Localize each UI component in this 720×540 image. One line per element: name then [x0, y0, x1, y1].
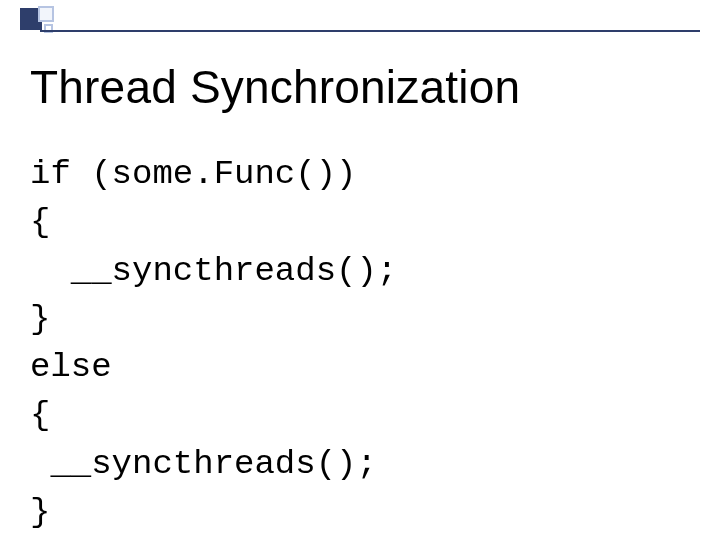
code-line: }	[30, 493, 50, 531]
code-line: {	[30, 203, 50, 241]
code-line: __syncthreads();	[30, 252, 397, 290]
header-rule	[40, 30, 700, 32]
code-line: {	[30, 396, 50, 434]
code-block: if (some.Func()) { __syncthreads(); } el…	[30, 150, 397, 536]
square-icon	[38, 6, 54, 22]
code-line: }	[30, 300, 50, 338]
slide: Thread Synchronization if (some.Func()) …	[0, 0, 720, 540]
code-line: if (some.Func())	[30, 155, 356, 193]
code-line: else	[30, 348, 112, 386]
slide-title: Thread Synchronization	[30, 60, 520, 114]
code-line: __syncthreads();	[30, 445, 377, 483]
